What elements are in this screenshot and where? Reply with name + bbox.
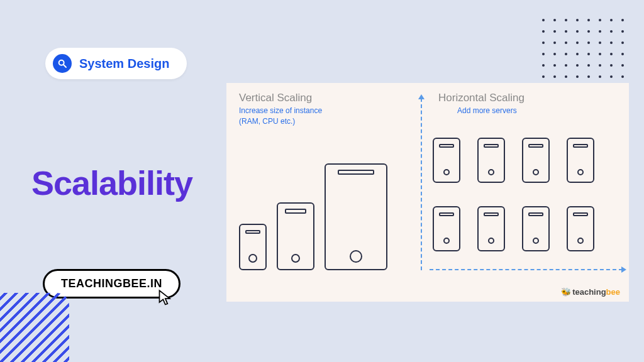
- horizontal-heading: Horizontal Scaling: [438, 92, 616, 104]
- server-icon: [522, 138, 550, 183]
- watermark: 🐝teachingbee: [561, 287, 620, 297]
- horizontal-servers: [430, 129, 597, 259]
- server-icon: [477, 138, 505, 183]
- scaling-diagram: Vertical Scaling Increase size of instan…: [226, 83, 629, 302]
- bee-icon: 🐝: [561, 287, 571, 297]
- server-small-icon: [239, 224, 267, 270]
- horizontal-scaling-column: Horizontal Scaling Add more servers: [423, 92, 616, 295]
- cursor-icon: [157, 289, 175, 309]
- server-icon: [522, 206, 550, 251]
- server-icon: [433, 206, 460, 251]
- category-tag[interactable]: System Design: [45, 48, 187, 79]
- page-title: Scalability: [31, 163, 192, 202]
- vertical-servers: [239, 163, 387, 270]
- arrow-up-icon: [421, 98, 422, 270]
- svg-line-1: [64, 65, 66, 67]
- horizontal-subtext: Add more servers: [438, 106, 616, 116]
- category-tag-label: System Design: [79, 57, 169, 71]
- server-icon: [567, 138, 594, 183]
- search-icon: [53, 54, 72, 73]
- dot-grid-decoration: [542, 19, 625, 79]
- server-icon: [567, 206, 594, 251]
- vertical-heading: Vertical Scaling: [239, 92, 417, 104]
- server-icon: [433, 138, 460, 183]
- vertical-subtext: Increase size of instance (RAM, CPU etc.…: [239, 106, 417, 127]
- server-icon: [477, 206, 505, 251]
- arrow-right-icon: [430, 269, 623, 270]
- server-medium-icon: [277, 202, 314, 270]
- vertical-scaling-column: Vertical Scaling Increase size of instan…: [239, 92, 417, 295]
- server-large-icon: [325, 163, 387, 270]
- stripe-decoration: [0, 293, 69, 362]
